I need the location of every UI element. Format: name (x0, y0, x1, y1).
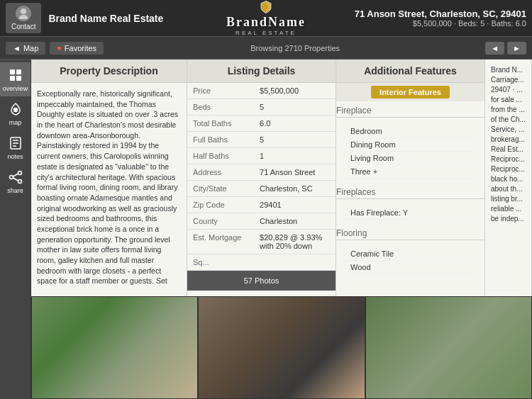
next-button[interactable]: ► (507, 42, 526, 55)
map-icon (7, 101, 24, 118)
listing-row: Full Baths5 (187, 132, 336, 148)
heart-icon: ♥ (57, 44, 62, 52)
svg-point-0 (21, 9, 26, 14)
property-address: 71 Anson Street, Charleston, SC, 29401 (355, 9, 526, 19)
header: Contact Brand Name Real Estate BrandName… (0, 0, 532, 37)
listing-label: Est. Mortgage (187, 230, 254, 254)
browse-info: Browsing 2710 Properties (250, 44, 340, 52)
svg-point-11 (18, 172, 21, 175)
listing-details-title: Listing Details (187, 60, 336, 83)
photos-section (31, 296, 532, 399)
features-item: Has Fireplace: Y (345, 206, 476, 220)
listing-row: Est. Mortgage$20,829 @ 3.93% with 20% do… (187, 230, 336, 254)
listing-table: Price$5,500,000Beds5Total Baths6.0Full B… (187, 83, 336, 271)
features-section-title: Fireplace (336, 106, 484, 118)
listing-label: Total Baths (187, 116, 254, 132)
svg-rect-5 (16, 76, 21, 81)
listing-value: 29401 (254, 197, 336, 213)
share-icon (7, 169, 24, 186)
features-section: BedroomDining RoomLiving RoomThree + (336, 120, 484, 183)
logo: BrandName REAL ESTATE (226, 0, 306, 36)
listing-row: CountyCharleston (187, 213, 336, 230)
photos-count-bar[interactable]: 57 Photos (187, 271, 336, 291)
listing-value: 71 Anson Street (254, 164, 336, 181)
listing-value: $20,829 @ 3.93% with 20% down (254, 230, 336, 254)
share-label: share (7, 187, 23, 194)
svg-rect-3 (16, 69, 21, 74)
listing-value: 1 (254, 148, 336, 164)
listing-value: 5 (254, 99, 336, 116)
listing-label: Zip Code (187, 197, 254, 213)
listing-label: Address (187, 164, 254, 181)
listing-scroll[interactable]: Price$5,500,000Beds5Total Baths6.0Full B… (187, 83, 336, 296)
contact-label: Contact (11, 23, 35, 30)
listing-label: Half Baths (187, 148, 254, 164)
overview-icon (7, 67, 24, 84)
prev-button[interactable]: ◄ (485, 42, 504, 55)
features-section-title: Fireplaces (336, 187, 484, 199)
navbar: ◄ Map ♥ Favorites Browsing 2710 Properti… (0, 37, 532, 60)
features-section-title: Flooring (336, 228, 484, 240)
listing-row: City/StateCharleston, SC (187, 181, 336, 197)
listing-label: Sq... (187, 254, 254, 271)
svg-rect-2 (10, 69, 15, 74)
favorites-label: Favorites (65, 44, 96, 52)
photo-2[interactable] (198, 296, 365, 399)
features-item: Living Room (345, 152, 476, 165)
features-tab-bar: Interior Features (336, 83, 484, 101)
sidebar-item-notes[interactable]: notes (0, 130, 31, 164)
photo-3[interactable] (365, 296, 532, 399)
features-item: Bedroom (345, 125, 476, 138)
features-item: Wood (345, 261, 476, 274)
overview-label: overview (3, 85, 28, 92)
listing-label: Price (187, 83, 254, 99)
svg-point-1 (19, 15, 28, 19)
sidebar-item-share[interactable]: share (0, 164, 31, 198)
property-description-title: Property Description (31, 60, 187, 83)
listing-row: Zip Code29401 (187, 197, 336, 213)
svg-point-13 (18, 180, 21, 184)
listing-label: City/State (187, 181, 254, 197)
listing-value: 6.0 (254, 116, 336, 132)
avatar (16, 6, 31, 21)
sidebar-item-map[interactable]: map (0, 96, 31, 130)
map-label-sidebar: map (9, 119, 22, 126)
listing-row: Total Baths6.0 (187, 116, 336, 132)
sidebar-item-overview[interactable]: overview (0, 62, 31, 96)
features-scroll[interactable]: FireplaceBedroomDining RoomLiving RoomTh… (336, 101, 484, 296)
listing-row: Half Baths1 (187, 148, 336, 164)
svg-rect-4 (10, 76, 15, 81)
photos-count-label: 57 Photos (244, 276, 279, 285)
additional-features-panel: Additional Features Interior Features Fi… (336, 60, 485, 296)
favorites-button[interactable]: ♥ Favorites (50, 42, 104, 55)
notes-label: notes (7, 153, 23, 160)
logo-brand: BrandName (226, 15, 306, 30)
map-button[interactable]: ◄ Map (6, 42, 45, 55)
svg-point-6 (13, 108, 17, 112)
listing-value: 5 (254, 132, 336, 148)
right-description-body: Brand N...Carriage...29407 · ...for sale… (485, 60, 531, 230)
features-section: Ceramic TileWood (336, 243, 484, 279)
interior-features-tab[interactable]: Interior Features (371, 86, 450, 99)
contact-button[interactable]: Contact (6, 3, 41, 33)
sidebar: overview map notes (0, 60, 31, 399)
svg-line-15 (13, 178, 18, 181)
listing-label: County (187, 213, 254, 230)
listing-label: Full Baths (187, 132, 254, 148)
features-item: Ceramic Tile (345, 247, 476, 261)
features-item: Dining Room (345, 138, 476, 152)
listing-value (254, 254, 336, 271)
property-details: $5,500,000 · Beds: 5 · Baths: 6.0 (355, 19, 526, 28)
listing-value: $5,500,000 (254, 83, 336, 99)
content-area: Property Description Exceptionally rare,… (31, 60, 532, 399)
listing-row: Beds5 (187, 99, 336, 116)
listing-row: Sq... (187, 254, 336, 271)
svg-line-14 (13, 174, 18, 176)
notes-icon (7, 135, 24, 152)
photo-1[interactable] (31, 296, 198, 399)
property-description-body: Exceptionally rare, historically signifi… (31, 83, 187, 296)
map-label: Map (23, 44, 38, 52)
property-description-panel: Property Description Exceptionally rare,… (31, 60, 187, 296)
logo-sub: REAL ESTATE (235, 30, 297, 36)
right-description-panel: Brand N...Carriage...29407 · ...for sale… (485, 60, 532, 296)
